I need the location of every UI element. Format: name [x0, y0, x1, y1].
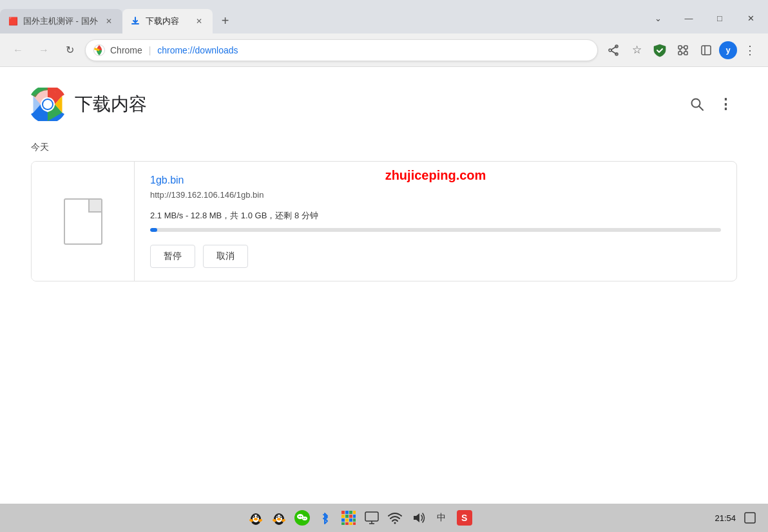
- svg-point-44: [298, 516, 300, 517]
- taskbar-qq2-button[interactable]: [270, 509, 288, 527]
- address-text: Chrome | chrome://downloads: [110, 45, 590, 55]
- more-options-icon: ⋮: [718, 96, 733, 113]
- svg-point-30: [253, 516, 254, 517]
- search-downloads-button[interactable]: [686, 93, 709, 116]
- svg-rect-8: [684, 52, 687, 55]
- svg-point-45: [300, 516, 302, 517]
- page-header: 下载内容 ⋮: [31, 88, 737, 121]
- taskbar-icons: 中 S: [10, 509, 709, 527]
- download-favicon-icon: [130, 16, 140, 26]
- taskbar-qq1-button[interactable]: [247, 509, 265, 527]
- shield-button[interactable]: [649, 40, 670, 61]
- notification-button[interactable]: [742, 510, 758, 526]
- tab2-close-button[interactable]: ✕: [193, 15, 205, 27]
- svg-rect-13: [702, 46, 711, 55]
- tab1-favicon: 🟥: [8, 16, 18, 26]
- svg-rect-64: [365, 512, 378, 521]
- close-button[interactable]: ✕: [736, 8, 765, 28]
- taskbar-volume-button[interactable]: [409, 509, 427, 527]
- share-button[interactable]: [603, 40, 624, 61]
- svg-point-4: [609, 49, 611, 52]
- svg-rect-5: [678, 46, 682, 49]
- svg-rect-49: [345, 511, 349, 514]
- address-bar[interactable]: Chrome | chrome://downloads: [85, 39, 598, 61]
- taskbar-bluetooth-button[interactable]: [316, 509, 334, 527]
- tab-downloads[interactable]: 下载内容 ✕: [122, 9, 213, 33]
- taskbar-palette-button[interactable]: [340, 509, 358, 527]
- download-actions: 暂停 取消: [150, 245, 721, 268]
- forward-button[interactable]: →: [34, 40, 54, 61]
- download-filename[interactable]: 1gb.bin: [150, 175, 721, 186]
- toolbar: ← → ↻ Chrome | chrome://downloads: [0, 33, 768, 67]
- download-card: zhujiceping.com 1gb.bin http://139.162.1…: [31, 161, 737, 281]
- extensions-button[interactable]: [673, 40, 693, 61]
- search-icon: [690, 97, 704, 111]
- download-progress-text: 2.1 MB/s - 12.8 MB，共 1.0 GB，还剩 8 分钟: [150, 210, 721, 222]
- cancel-button[interactable]: 取消: [203, 245, 248, 268]
- svg-point-31: [256, 516, 258, 517]
- address-brand: Chrome: [110, 45, 142, 55]
- penguin-icon: [247, 509, 264, 526]
- chevron-down-icon: ⌄: [655, 14, 662, 23]
- toolbar-actions: ☆: [603, 40, 760, 61]
- taskbar-wifi-button[interactable]: [386, 509, 404, 527]
- svg-rect-68: [745, 513, 755, 523]
- taskbar-sogou-button[interactable]: S: [456, 509, 474, 527]
- svg-rect-57: [345, 518, 349, 522]
- reload-icon: ↻: [66, 44, 74, 56]
- maximize-icon: □: [717, 14, 722, 23]
- taskbar-display-button[interactable]: [363, 509, 381, 527]
- chevron-down-button[interactable]: ⌄: [643, 8, 673, 28]
- back-button[interactable]: ←: [8, 40, 28, 61]
- svg-line-20: [699, 106, 703, 110]
- sidebar-toggle-button[interactable]: [696, 40, 716, 61]
- svg-point-37: [280, 516, 282, 517]
- tab-1[interactable]: 🟥 国外主机测评 - 国外 ✕: [0, 9, 122, 33]
- progress-bar-fill: [150, 228, 157, 232]
- downloads-menu-button[interactable]: ⋮: [714, 93, 737, 116]
- share-icon: [608, 44, 619, 56]
- svg-rect-7: [678, 52, 682, 55]
- window-controls: ⌄ — □ ✕: [640, 0, 768, 33]
- taskbar-input-method-button[interactable]: 中: [432, 509, 450, 527]
- menu-icon: ⋮: [744, 43, 756, 57]
- pause-button[interactable]: 暂停: [150, 245, 195, 268]
- new-tab-button[interactable]: +: [215, 10, 236, 31]
- sidebar-icon: [700, 44, 712, 56]
- svg-point-27: [254, 518, 258, 520]
- svg-rect-55: [353, 515, 356, 518]
- bookmark-button[interactable]: ☆: [626, 40, 647, 61]
- taskbar: 中 S 21:54: [0, 504, 768, 532]
- taskbar-wechat-button[interactable]: [293, 509, 311, 527]
- minimize-button[interactable]: —: [674, 8, 704, 28]
- tab1-close-button[interactable]: ✕: [103, 15, 115, 27]
- bluetooth-icon: [318, 511, 332, 525]
- address-url: chrome://downloads: [157, 45, 238, 55]
- svg-rect-58: [349, 518, 352, 522]
- tab2-title: 下载内容: [146, 15, 188, 27]
- download-info: zhujiceping.com 1gb.bin http://139.162.1…: [135, 162, 736, 281]
- svg-point-38: [277, 518, 281, 520]
- page-title-area: 下载内容: [31, 88, 147, 121]
- svg-rect-59: [353, 518, 356, 522]
- svg-rect-50: [349, 511, 352, 514]
- volume-icon: [411, 511, 425, 525]
- svg-rect-54: [349, 515, 352, 518]
- puzzle-icon: [677, 44, 689, 56]
- tab1-title: 国外主机测评 - 国外: [23, 15, 98, 27]
- svg-rect-52: [341, 515, 345, 518]
- maximize-button[interactable]: □: [705, 8, 734, 28]
- svg-rect-48: [341, 511, 345, 514]
- minimize-icon: —: [685, 14, 693, 23]
- time-display: 21:54: [715, 513, 736, 523]
- svg-rect-51: [353, 511, 356, 514]
- bookmark-icon: ☆: [632, 43, 642, 57]
- profile-button[interactable]: y: [719, 41, 737, 59]
- wechat-icon: [294, 509, 311, 526]
- reload-button[interactable]: ↻: [59, 40, 80, 61]
- download-icon-area: [32, 162, 135, 281]
- notification-icon: [744, 511, 756, 524]
- page-actions: ⋮: [686, 93, 737, 116]
- tabs-area: 🟥 国外主机测评 - 国外 ✕ 下载内容 ✕ +: [0, 0, 640, 33]
- menu-button[interactable]: ⋮: [740, 40, 760, 61]
